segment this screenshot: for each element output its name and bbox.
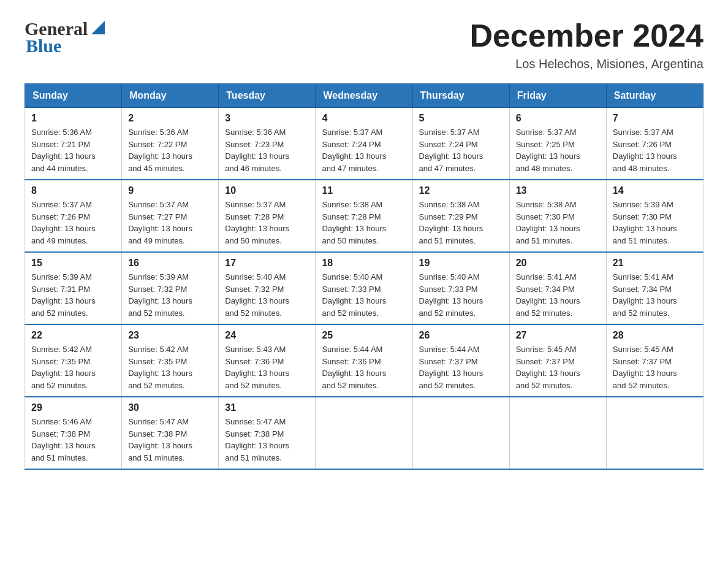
day-number: 7	[613, 113, 697, 124]
day-number: 3	[225, 113, 309, 124]
day-info: Sunrise: 5:44 AM Sunset: 7:36 PM Dayligh…	[322, 343, 406, 391]
day-info: Sunrise: 5:37 AM Sunset: 7:28 PM Dayligh…	[225, 199, 309, 247]
day-number: 17	[225, 258, 309, 269]
day-number: 21	[613, 258, 697, 269]
calendar-cell: 30 Sunrise: 5:47 AM Sunset: 7:38 PM Dayl…	[122, 397, 219, 469]
day-info: Sunrise: 5:36 AM Sunset: 7:22 PM Dayligh…	[128, 126, 212, 174]
day-number: 6	[516, 113, 600, 124]
calendar-cell: 17 Sunrise: 5:40 AM Sunset: 7:32 PM Dayl…	[219, 252, 316, 324]
day-number: 28	[613, 330, 697, 341]
calendar-cell: 12 Sunrise: 5:38 AM Sunset: 7:29 PM Dayl…	[412, 180, 509, 252]
calendar-cell: 31 Sunrise: 5:47 AM Sunset: 7:38 PM Dayl…	[219, 397, 316, 469]
calendar-cell: 13 Sunrise: 5:38 AM Sunset: 7:30 PM Dayl…	[509, 180, 606, 252]
day-info: Sunrise: 5:38 AM Sunset: 7:28 PM Dayligh…	[322, 199, 406, 247]
calendar-week-row: 15 Sunrise: 5:39 AM Sunset: 7:31 PM Dayl…	[25, 252, 703, 324]
calendar-cell: 8 Sunrise: 5:37 AM Sunset: 7:26 PM Dayli…	[25, 180, 122, 252]
month-title: December 2024	[469, 18, 703, 53]
logo-blue-text: Blue	[25, 36, 61, 56]
calendar-cell: 9 Sunrise: 5:37 AM Sunset: 7:27 PM Dayli…	[122, 180, 219, 252]
svg-marker-0	[91, 21, 105, 34]
day-info: Sunrise: 5:47 AM Sunset: 7:38 PM Dayligh…	[128, 416, 212, 464]
day-info: Sunrise: 5:46 AM Sunset: 7:38 PM Dayligh…	[31, 416, 115, 464]
day-info: Sunrise: 5:37 AM Sunset: 7:24 PM Dayligh…	[419, 126, 503, 174]
day-info: Sunrise: 5:36 AM Sunset: 7:21 PM Dayligh…	[31, 126, 115, 174]
day-info: Sunrise: 5:37 AM Sunset: 7:26 PM Dayligh…	[613, 126, 697, 174]
day-info: Sunrise: 5:47 AM Sunset: 7:38 PM Dayligh…	[225, 416, 309, 464]
logo-triangle-icon	[91, 21, 105, 37]
calendar-cell: 23 Sunrise: 5:42 AM Sunset: 7:35 PM Dayl…	[122, 324, 219, 397]
calendar-cell: 7 Sunrise: 5:37 AM Sunset: 7:26 PM Dayli…	[606, 108, 703, 180]
calendar-week-row: 1 Sunrise: 5:36 AM Sunset: 7:21 PM Dayli…	[25, 108, 703, 180]
day-info: Sunrise: 5:45 AM Sunset: 7:37 PM Dayligh…	[516, 343, 600, 391]
day-number: 11	[322, 185, 406, 196]
calendar-cell: 11 Sunrise: 5:38 AM Sunset: 7:28 PM Dayl…	[316, 180, 412, 252]
day-number: 16	[128, 258, 212, 269]
day-info: Sunrise: 5:38 AM Sunset: 7:29 PM Dayligh…	[419, 199, 503, 247]
calendar-cell: 18 Sunrise: 5:40 AM Sunset: 7:33 PM Dayl…	[316, 252, 412, 324]
calendar-cell: 5 Sunrise: 5:37 AM Sunset: 7:24 PM Dayli…	[412, 108, 509, 180]
calendar-cell: 2 Sunrise: 5:36 AM Sunset: 7:22 PM Dayli…	[122, 108, 219, 180]
calendar-cell	[606, 397, 703, 469]
day-info: Sunrise: 5:43 AM Sunset: 7:36 PM Dayligh…	[225, 343, 309, 391]
calendar-header-saturday: Saturday	[606, 84, 703, 108]
day-number: 31	[225, 402, 309, 413]
calendar-cell: 22 Sunrise: 5:42 AM Sunset: 7:35 PM Dayl…	[25, 324, 122, 397]
calendar-week-row: 8 Sunrise: 5:37 AM Sunset: 7:26 PM Dayli…	[25, 180, 703, 252]
day-number: 12	[419, 185, 503, 196]
calendar-week-row: 22 Sunrise: 5:42 AM Sunset: 7:35 PM Dayl…	[25, 324, 703, 397]
day-number: 18	[322, 258, 406, 269]
day-number: 23	[128, 330, 212, 341]
day-info: Sunrise: 5:39 AM Sunset: 7:30 PM Dayligh…	[613, 199, 697, 247]
day-info: Sunrise: 5:37 AM Sunset: 7:27 PM Dayligh…	[128, 199, 212, 247]
day-info: Sunrise: 5:39 AM Sunset: 7:31 PM Dayligh…	[31, 271, 115, 319]
title-block: December 2024 Los Helechos, Misiones, Ar…	[469, 18, 703, 71]
day-number: 13	[516, 185, 600, 196]
day-number: 14	[613, 185, 697, 196]
calendar-cell: 14 Sunrise: 5:39 AM Sunset: 7:30 PM Dayl…	[606, 180, 703, 252]
day-info: Sunrise: 5:42 AM Sunset: 7:35 PM Dayligh…	[128, 343, 212, 391]
day-number: 30	[128, 402, 212, 413]
day-number: 24	[225, 330, 309, 341]
day-number: 8	[31, 185, 115, 196]
day-number: 19	[419, 258, 503, 269]
day-number: 1	[31, 113, 115, 124]
day-number: 29	[31, 402, 115, 413]
day-number: 10	[225, 185, 309, 196]
day-info: Sunrise: 5:39 AM Sunset: 7:32 PM Dayligh…	[128, 271, 212, 319]
day-info: Sunrise: 5:45 AM Sunset: 7:37 PM Dayligh…	[613, 343, 697, 391]
day-info: Sunrise: 5:40 AM Sunset: 7:33 PM Dayligh…	[322, 271, 406, 319]
day-info: Sunrise: 5:40 AM Sunset: 7:33 PM Dayligh…	[419, 271, 503, 319]
calendar-cell: 3 Sunrise: 5:36 AM Sunset: 7:23 PM Dayli…	[219, 108, 316, 180]
calendar-header-tuesday: Tuesday	[219, 84, 316, 108]
calendar-header-sunday: Sunday	[25, 84, 122, 108]
calendar-header-monday: Monday	[122, 84, 219, 108]
calendar-cell: 29 Sunrise: 5:46 AM Sunset: 7:38 PM Dayl…	[25, 397, 122, 469]
day-number: 22	[31, 330, 115, 341]
calendar-cell: 6 Sunrise: 5:37 AM Sunset: 7:25 PM Dayli…	[509, 108, 606, 180]
day-number: 4	[322, 113, 406, 124]
calendar-cell: 24 Sunrise: 5:43 AM Sunset: 7:36 PM Dayl…	[219, 324, 316, 397]
calendar-cell: 25 Sunrise: 5:44 AM Sunset: 7:36 PM Dayl…	[316, 324, 412, 397]
calendar-cell: 26 Sunrise: 5:44 AM Sunset: 7:37 PM Dayl…	[412, 324, 509, 397]
location-subtitle: Los Helechos, Misiones, Argentina	[469, 57, 703, 71]
calendar-cell: 28 Sunrise: 5:45 AM Sunset: 7:37 PM Dayl…	[606, 324, 703, 397]
day-info: Sunrise: 5:37 AM Sunset: 7:25 PM Dayligh…	[516, 126, 600, 174]
day-info: Sunrise: 5:40 AM Sunset: 7:32 PM Dayligh…	[225, 271, 309, 319]
day-info: Sunrise: 5:36 AM Sunset: 7:23 PM Dayligh…	[225, 126, 309, 174]
calendar-table: SundayMondayTuesdayWednesdayThursdayFrid…	[25, 83, 703, 470]
day-info: Sunrise: 5:44 AM Sunset: 7:37 PM Dayligh…	[419, 343, 503, 391]
day-number: 5	[419, 113, 503, 124]
calendar-cell: 20 Sunrise: 5:41 AM Sunset: 7:34 PM Dayl…	[509, 252, 606, 324]
day-info: Sunrise: 5:38 AM Sunset: 7:30 PM Dayligh…	[516, 199, 600, 247]
calendar-cell: 21 Sunrise: 5:41 AM Sunset: 7:34 PM Dayl…	[606, 252, 703, 324]
calendar-week-row: 29 Sunrise: 5:46 AM Sunset: 7:38 PM Dayl…	[25, 397, 703, 469]
calendar-cell	[316, 397, 412, 469]
day-number: 9	[128, 185, 212, 196]
calendar-cell: 1 Sunrise: 5:36 AM Sunset: 7:21 PM Dayli…	[25, 108, 122, 180]
day-info: Sunrise: 5:37 AM Sunset: 7:24 PM Dayligh…	[322, 126, 406, 174]
calendar-cell: 16 Sunrise: 5:39 AM Sunset: 7:32 PM Dayl…	[122, 252, 219, 324]
calendar-header-row: SundayMondayTuesdayWednesdayThursdayFrid…	[25, 84, 703, 108]
calendar-cell: 10 Sunrise: 5:37 AM Sunset: 7:28 PM Dayl…	[219, 180, 316, 252]
calendar-cell: 19 Sunrise: 5:40 AM Sunset: 7:33 PM Dayl…	[412, 252, 509, 324]
calendar-cell: 27 Sunrise: 5:45 AM Sunset: 7:37 PM Dayl…	[509, 324, 606, 397]
